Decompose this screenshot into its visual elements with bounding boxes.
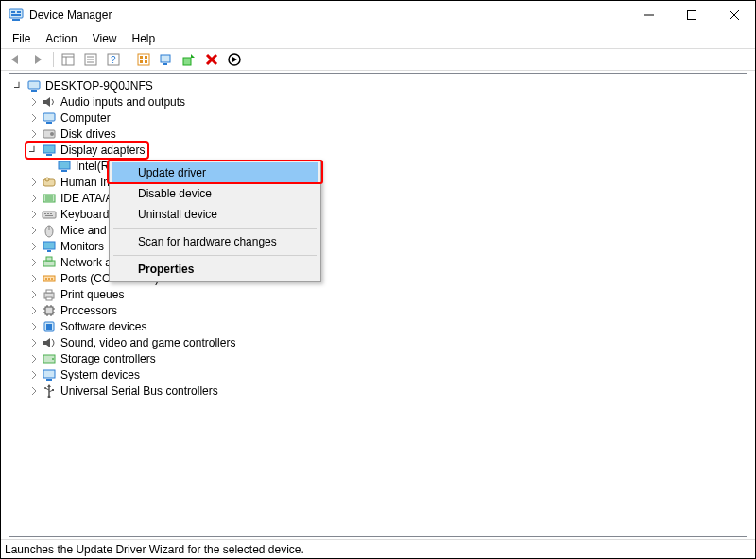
display-adapter-icon bbox=[42, 143, 57, 158]
toolbar-update-driver-button[interactable] bbox=[179, 49, 199, 70]
sound-icon bbox=[42, 335, 57, 350]
tree-item-system[interactable]: System devices bbox=[13, 366, 747, 382]
toolbar: ? bbox=[1, 48, 755, 71]
tree-item-software[interactable]: Software devices bbox=[13, 318, 747, 334]
menu-view[interactable]: View bbox=[87, 30, 123, 47]
tree-item-sound[interactable]: Sound, video and game controllers bbox=[13, 334, 747, 350]
ide-icon bbox=[42, 191, 57, 206]
menu-file[interactable]: File bbox=[7, 30, 36, 47]
maximize-button[interactable] bbox=[670, 1, 713, 29]
svg-rect-22 bbox=[145, 56, 147, 59]
mouse-icon bbox=[42, 223, 57, 238]
svg-marker-28 bbox=[191, 54, 195, 58]
context-menu-label: Properties bbox=[138, 263, 194, 276]
context-menu-separator bbox=[113, 255, 317, 256]
svg-point-62 bbox=[45, 278, 47, 280]
expand-collapse-icon[interactable] bbox=[28, 177, 40, 188]
menu-bar: File Action View Help bbox=[1, 29, 755, 48]
svg-marker-79 bbox=[43, 338, 50, 347]
context-menu-label: Disable device bbox=[138, 187, 212, 200]
svg-rect-26 bbox=[163, 63, 167, 65]
software-icon bbox=[42, 319, 57, 334]
expand-collapse-icon[interactable] bbox=[28, 369, 40, 381]
menu-help[interactable]: Help bbox=[127, 30, 162, 47]
svg-rect-27 bbox=[183, 58, 191, 65]
expand-collapse-icon[interactable] bbox=[28, 209, 40, 220]
context-menu-disable-device[interactable]: Disable device bbox=[112, 183, 318, 204]
device-tree-pane: DESKTOP-9Q0JNFS Audio inputs and outputs… bbox=[9, 73, 747, 537]
expand-collapse-icon[interactable] bbox=[28, 289, 40, 300]
toolbar-back-button[interactable] bbox=[5, 49, 26, 70]
tree-root[interactable]: DESKTOP-9Q0JNFS bbox=[13, 77, 747, 93]
tree-label: Software devices bbox=[60, 319, 146, 334]
svg-rect-53 bbox=[50, 213, 52, 214]
svg-point-63 bbox=[48, 278, 50, 280]
tree-label: Computer bbox=[60, 110, 111, 126]
tree-label: Processors bbox=[60, 303, 117, 318]
expand-collapse-icon[interactable] bbox=[28, 385, 40, 397]
expand-collapse-icon[interactable] bbox=[28, 353, 40, 364]
toolbar-uninstall-button[interactable] bbox=[201, 49, 222, 70]
toolbar-show-hide-tree-button[interactable] bbox=[58, 49, 78, 70]
expand-collapse-icon[interactable] bbox=[28, 193, 40, 204]
expand-collapse-icon[interactable] bbox=[28, 144, 40, 156]
svg-rect-90 bbox=[52, 389, 54, 391]
tree-item-usb[interactable]: Universal Serial Bus controllers bbox=[13, 382, 747, 398]
tree-label: Storage controllers bbox=[60, 351, 156, 366]
toolbar-properties-button[interactable] bbox=[80, 49, 101, 70]
close-button[interactable] bbox=[713, 1, 755, 29]
toolbar-view-devices-button[interactable] bbox=[133, 49, 154, 70]
svg-rect-0 bbox=[9, 9, 23, 18]
expand-collapse-icon[interactable] bbox=[28, 96, 40, 108]
tree-label: Audio inputs and outputs bbox=[60, 94, 185, 110]
svg-marker-35 bbox=[43, 97, 50, 107]
toolbar-enable-button[interactable] bbox=[224, 49, 245, 70]
tree-item-display-adapters[interactable]: Display adapters bbox=[13, 142, 747, 158]
computer-root-icon bbox=[26, 78, 42, 93]
svg-rect-1 bbox=[12, 19, 20, 21]
expand-collapse-icon[interactable] bbox=[28, 337, 40, 348]
menu-action[interactable]: Action bbox=[40, 30, 82, 47]
svg-rect-21 bbox=[140, 56, 143, 59]
context-menu-separator bbox=[113, 228, 317, 229]
expand-collapse-icon[interactable] bbox=[28, 128, 40, 140]
tree-item-computer[interactable]: Computer bbox=[13, 110, 747, 126]
printer-icon bbox=[42, 287, 57, 302]
expand-collapse-icon[interactable] bbox=[13, 80, 25, 92]
expand-collapse-icon[interactable] bbox=[28, 305, 40, 316]
tree-item-disk-drives[interactable]: Disk drives bbox=[13, 126, 747, 142]
expand-collapse-icon[interactable] bbox=[28, 241, 40, 252]
tree-label: Monitors bbox=[60, 239, 104, 254]
svg-rect-36 bbox=[43, 113, 55, 121]
tree-item-audio[interactable]: Audio inputs and outputs bbox=[13, 93, 747, 110]
context-menu-update-driver[interactable]: Update driver bbox=[112, 162, 318, 183]
svg-point-89 bbox=[44, 387, 46, 389]
expand-collapse-icon[interactable] bbox=[28, 257, 40, 268]
toolbar-help-button[interactable]: ? bbox=[103, 49, 124, 70]
svg-rect-50 bbox=[43, 212, 56, 218]
svg-rect-3 bbox=[17, 11, 21, 13]
tree-item-processors[interactable]: Processors bbox=[13, 302, 747, 318]
svg-point-39 bbox=[50, 132, 54, 136]
status-bar: Launches the Update Driver Wizard for th… bbox=[1, 539, 755, 558]
toolbar-separator bbox=[50, 49, 56, 70]
context-menu-label: Scan for hardware changes bbox=[138, 235, 277, 248]
tree-label: Print queues bbox=[60, 287, 124, 302]
context-menu-uninstall-device[interactable]: Uninstall device bbox=[112, 204, 318, 225]
svg-point-45 bbox=[45, 178, 49, 181]
context-menu-properties[interactable]: Properties bbox=[112, 259, 318, 280]
svg-point-85 bbox=[48, 395, 51, 398]
tree-item-storage[interactable]: Storage controllers bbox=[13, 350, 747, 366]
minimize-button[interactable] bbox=[627, 1, 670, 29]
toolbar-forward-button[interactable] bbox=[27, 49, 48, 70]
toolbar-scan-hardware-button[interactable] bbox=[156, 49, 177, 70]
context-menu-scan-hardware[interactable]: Scan for hardware changes bbox=[112, 231, 318, 252]
expand-collapse-icon[interactable] bbox=[28, 112, 40, 124]
svg-rect-54 bbox=[45, 215, 53, 216]
tree-item-printqueues[interactable]: Print queues bbox=[13, 286, 747, 302]
expand-collapse-icon[interactable] bbox=[28, 273, 40, 284]
svg-rect-43 bbox=[61, 170, 67, 172]
expand-collapse-icon[interactable] bbox=[28, 225, 40, 236]
context-menu: Update driver Disable device Uninstall d… bbox=[109, 160, 321, 282]
expand-collapse-icon[interactable] bbox=[28, 321, 40, 332]
